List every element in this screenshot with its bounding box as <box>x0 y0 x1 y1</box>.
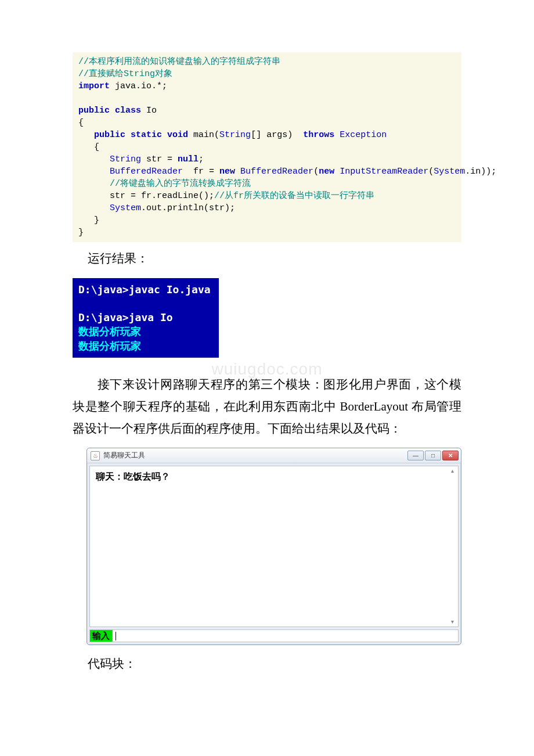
system: System <box>110 203 141 213</box>
class-name: Io <box>141 106 157 116</box>
close-glyph: ✕ <box>448 452 453 459</box>
keyword-void: void <box>167 130 188 140</box>
paragraph-text: 接下来设计网路聊天程序的第三个模块：图形化用户界面，这个模块是整个聊天程序的基础… <box>73 377 461 435</box>
indent <box>78 215 94 225</box>
prompt: D:\java> <box>78 311 129 323</box>
comment-line: //本程序利用流的知识将键盘输入的字符组成字符串 <box>78 57 280 67</box>
stmt-println: .out.println(str); <box>141 203 235 213</box>
keyword-public: public <box>78 106 110 116</box>
minimize-button[interactable]: — <box>407 451 424 460</box>
import-path: java.io.*; <box>110 81 167 91</box>
scroll-down-icon[interactable]: ▾ <box>449 618 456 625</box>
keyword-throws: throws <box>303 130 334 140</box>
keyword-import: import <box>78 81 110 91</box>
keyword-null: null <box>178 154 199 164</box>
cmd: javac Io.java <box>129 283 211 296</box>
maximize-glyph: □ <box>431 452 435 459</box>
java-glyph: ♨ <box>93 452 98 459</box>
dot-in: .in)); <box>465 167 496 177</box>
type-bufferedreader: BufferedReader <box>110 167 183 177</box>
type-string: String <box>110 154 141 164</box>
type-exception: Exception <box>334 130 387 140</box>
keyword-new: new <box>219 167 235 177</box>
label-code-block: 代码块： <box>88 654 461 674</box>
keyword-new: new <box>319 167 334 177</box>
keyword-static: static <box>131 130 162 140</box>
type-isr: InputStreamReader <box>340 167 428 177</box>
indent <box>78 130 94 140</box>
code-block-io: //本程序利用流的知识将键盘输入的字符组成字符串 //直接赋给String对象 … <box>73 52 461 242</box>
brace: { <box>78 118 84 128</box>
input-label: 输入 <box>90 630 113 642</box>
java-icon: ♨ <box>91 451 100 460</box>
assign: fr = <box>183 167 219 177</box>
semi: ; <box>199 154 204 164</box>
text-caret <box>116 632 116 640</box>
indent <box>78 142 94 152</box>
terminal-output: D:\java>javac Io.java D:\java>java Io 数据… <box>73 278 219 358</box>
assign: str = <box>141 154 178 164</box>
cmd: java Io <box>129 311 173 323</box>
titlebar[interactable]: ♨ 简易聊天工具 — □ ✕ <box>87 448 461 463</box>
chat-message: 聊天：吃饭去吗？ <box>96 471 452 483</box>
indent <box>78 154 110 164</box>
minimize-glyph: — <box>413 452 418 459</box>
paren: ( <box>428 167 434 177</box>
comment-line: //将键盘输入的字节流转换成字符流 <box>110 179 251 189</box>
indent <box>78 179 110 189</box>
output-line: 数据分析玩家 <box>78 325 141 337</box>
input-row: 输入 <box>89 629 459 642</box>
comment-line: //从fr所关联的设备当中读取一行字符串 <box>214 191 374 201</box>
type-bufferedreader: BufferedReader <box>240 167 313 177</box>
gui-window-chat: ♨ 简易聊天工具 — □ ✕ 聊天：吃饭去吗？ ▴ ▾ 输入 <box>86 448 461 645</box>
type-string: String <box>219 130 251 140</box>
system: System <box>434 167 465 177</box>
chat-input[interactable] <box>113 630 458 642</box>
label-run-result: 运行结果： <box>88 249 461 269</box>
indent <box>78 167 110 177</box>
brace: { <box>94 142 99 152</box>
keyword-public: public <box>94 130 125 140</box>
space <box>334 167 340 177</box>
method-main: main( <box>188 130 219 140</box>
keyword-class: class <box>115 106 141 116</box>
prompt: D:\java> <box>78 283 129 296</box>
indent <box>78 191 110 201</box>
scroll-up-icon[interactable]: ▴ <box>449 467 456 474</box>
comment-line: //直接赋给String对象 <box>78 69 172 79</box>
output-line: 数据分析玩家 <box>78 340 141 352</box>
body-paragraph: 接下来设计网路聊天程序的第三个模块：图形化用户界面，这个模块是整个聊天程序的基础… <box>73 374 461 440</box>
window-buttons: — □ ✕ <box>406 451 459 460</box>
close-button[interactable]: ✕ <box>442 451 459 460</box>
window-title: 简易聊天工具 <box>103 451 406 460</box>
indent <box>78 203 110 213</box>
args: [] args) <box>251 130 303 140</box>
space <box>235 167 240 177</box>
chat-textarea[interactable]: 聊天：吃饭去吗？ ▴ ▾ <box>89 466 459 627</box>
paren: ( <box>313 167 319 177</box>
stmt-readline: str = fr.readLine(); <box>110 191 214 201</box>
maximize-button[interactable]: □ <box>425 451 441 460</box>
brace: } <box>78 228 84 237</box>
brace: } <box>94 215 99 225</box>
